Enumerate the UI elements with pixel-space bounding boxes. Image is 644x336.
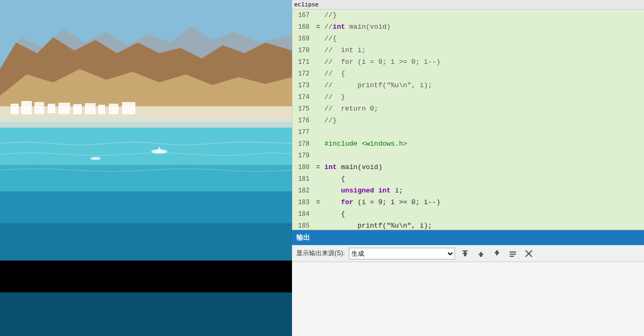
landscape-image	[0, 0, 292, 336]
code-editor[interactable]: 167 //} 168 = //int main(void) 169 //{ 1…	[293, 10, 644, 230]
output-title: 输出	[296, 233, 310, 242]
svg-rect-10	[73, 104, 82, 114]
source-select[interactable]: 生成 调试 运行	[349, 248, 455, 259]
svg-rect-8	[48, 104, 55, 113]
code-line-175: 175 // return 0;	[293, 103, 644, 115]
svg-rect-19	[0, 223, 292, 266]
code-line-168: 168 = //int main(void)	[293, 21, 644, 33]
code-line-170: 170 // int i;	[293, 45, 644, 56]
code-line-174: 174 // }	[293, 91, 644, 103]
svg-rect-5	[11, 104, 19, 114]
code-line-185: 185 printf("%u\n", i);	[293, 220, 644, 230]
clear-icon[interactable]	[507, 248, 519, 259]
svg-rect-25	[462, 250, 468, 251]
output-header: 输出	[292, 230, 644, 245]
code-line-181: 181 {	[293, 173, 644, 185]
code-line-167: 167 //}	[293, 10, 644, 21]
right-section: eclipse 167 //} 168 = //int main(void) 1…	[292, 0, 644, 336]
svg-rect-6	[21, 101, 32, 114]
code-line-177: 177	[293, 127, 644, 138]
show-source-label: 显示输出来源(S):	[296, 249, 345, 258]
svg-rect-28	[510, 256, 514, 257]
scroll-down-icon[interactable]	[491, 248, 503, 259]
code-line-171: 171 // for (i = 9; i >= 0; i--)	[293, 56, 644, 68]
eclipse-label: eclipse	[294, 2, 319, 8]
output-toolbar: 显示输出来源(S): 生成 调试 运行	[292, 245, 644, 262]
scroll-up-icon[interactable]	[475, 248, 487, 259]
svg-rect-27	[510, 254, 516, 255]
svg-rect-21	[0, 292, 292, 336]
code-line-176: 176 //}	[293, 115, 644, 127]
scroll-top-icon[interactable]	[459, 248, 471, 259]
svg-rect-13	[109, 104, 118, 114]
svg-rect-9	[58, 103, 70, 114]
code-line-169: 169 //{	[293, 33, 644, 45]
svg-rect-12	[98, 105, 105, 114]
svg-rect-11	[85, 103, 96, 114]
code-line-182: 182 unsigned int i;	[293, 185, 644, 197]
code-line-183: 183 = for (i = 9; i >= 0; i--)	[293, 197, 644, 208]
output-content	[292, 262, 644, 336]
code-line-178: 178 #include <windows.h>	[293, 138, 644, 150]
code-line-184: 184 {	[293, 208, 644, 220]
svg-rect-26	[510, 251, 516, 253]
code-editor-panel[interactable]: 167 //} 168 = //int main(void) 169 //{ 1…	[292, 10, 644, 230]
eclipse-top-bar: eclipse	[292, 0, 644, 10]
close-icon[interactable]	[523, 248, 535, 259]
code-line-179: 179	[293, 150, 644, 162]
code-line-180: 180 = int main(void)	[293, 162, 644, 173]
svg-point-24	[90, 157, 101, 160]
svg-rect-14	[122, 102, 135, 114]
svg-rect-7	[35, 102, 44, 114]
svg-rect-15	[0, 120, 292, 128]
code-line-172: 172 // {	[293, 68, 644, 80]
output-panel: 输出 显示输出来源(S): 生成 调试 运行	[292, 230, 644, 336]
code-line-173: 173 // printf("%u\n", i);	[293, 80, 644, 91]
